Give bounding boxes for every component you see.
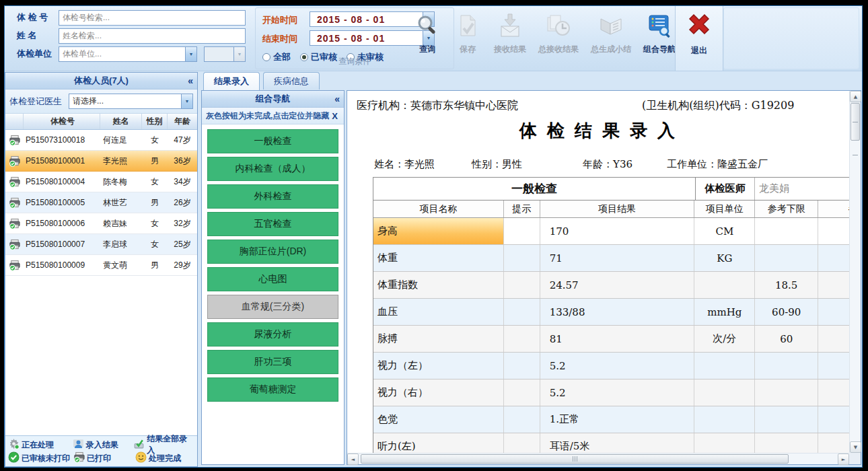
item-ref-low-cell[interactable]: 60-90: [755, 299, 818, 325]
nav-button-葡萄糖测定[interactable]: 葡萄糖测定: [207, 377, 338, 402]
item-result-cell[interactable]: 5.2: [540, 379, 695, 406]
toolbar-button-保存[interactable]: 保存: [447, 7, 488, 69]
item-result-cell[interactable]: 5.2: [540, 353, 695, 379]
close-icon[interactable]: X: [330, 111, 340, 121]
item-ref-low-cell[interactable]: [755, 245, 818, 271]
item-ref-high-cell[interactable]: [818, 433, 849, 453]
item-ref-low-cell[interactable]: [755, 218, 818, 244]
result-row[interactable]: 脉搏81次/分6010: [373, 326, 849, 353]
item-unit-cell[interactable]: KG: [694, 245, 755, 271]
result-row[interactable]: 体重指数24.5718.523.: [373, 272, 849, 299]
collapse-left-panel-button[interactable]: «: [188, 75, 193, 86]
item-ref-high-cell[interactable]: 10: [818, 326, 849, 352]
doctor-combo[interactable]: 请选择... ▼: [69, 94, 193, 109]
person-row[interactable]: P515080100009黄文萌男29岁: [5, 255, 197, 276]
exam-doctor-name[interactable]: 龙美娟: [754, 178, 849, 200]
scroll-up-icon[interactable]: ▲: [850, 91, 861, 102]
item-unit-cell[interactable]: [694, 379, 755, 406]
item-unit-cell[interactable]: [694, 272, 755, 298]
item-ref-high-cell[interactable]: [818, 379, 849, 406]
item-hint-cell[interactable]: [504, 406, 540, 433]
item-hint-cell[interactable]: [504, 326, 540, 352]
item-hint-cell[interactable]: [504, 379, 540, 406]
nav-button-尿液分析[interactable]: 尿液分析: [207, 322, 338, 347]
nav-button-肝功三项[interactable]: 肝功三项: [207, 350, 338, 374]
exam-id-input[interactable]: [59, 10, 246, 26]
item-result-cell[interactable]: 170: [540, 218, 695, 244]
result-row[interactable]: 视力（左）5.2: [373, 353, 849, 379]
name-input[interactable]: [59, 28, 246, 44]
item-hint-cell[interactable]: [504, 218, 540, 244]
item-ref-low-cell[interactable]: [755, 379, 818, 406]
nav-button-一般检查[interactable]: 一般检查: [207, 129, 338, 153]
item-name-cell[interactable]: 体重指数: [373, 272, 504, 298]
item-hint-cell[interactable]: [504, 299, 540, 325]
item-name-cell[interactable]: 色觉: [373, 406, 504, 433]
scroll-right-icon[interactable]: ►: [838, 454, 849, 465]
unit-combo[interactable]: 体检单位... ▼: [59, 46, 197, 62]
tab-disease-info[interactable]: 疾病信息: [263, 72, 320, 89]
item-ref-low-cell[interactable]: [755, 433, 818, 453]
item-ref-low-cell[interactable]: [755, 406, 818, 433]
horizontal-scrollbar[interactable]: ◄ ►: [347, 453, 849, 464]
nav-button-胸部正位片(DR)[interactable]: 胸部正位片(DR): [207, 240, 338, 264]
toolbar-button-总生成小结[interactable]: 总生成小结: [585, 7, 637, 69]
vertical-scroll-thumb[interactable]: [851, 103, 860, 141]
item-result-cell[interactable]: 133/88: [540, 299, 695, 325]
item-hint-cell[interactable]: [504, 272, 540, 298]
item-name-cell[interactable]: 视力（右）: [373, 379, 504, 406]
tab-result-entry[interactable]: 结果录入: [203, 72, 260, 90]
nav-button-内科检查（成人）[interactable]: 内科检查（成人）: [207, 157, 338, 181]
item-name-cell[interactable]: 血压: [373, 299, 504, 325]
item-ref-high-cell[interactable]: 90-: [818, 299, 849, 325]
item-result-cell[interactable]: 81: [540, 326, 695, 352]
item-result-cell[interactable]: 1.正常: [540, 406, 695, 433]
item-hint-cell[interactable]: [504, 353, 540, 379]
item-name-cell[interactable]: 体重: [373, 245, 504, 271]
item-hint-cell[interactable]: [504, 245, 540, 271]
item-ref-low-cell[interactable]: 60: [755, 326, 818, 352]
item-unit-cell[interactable]: mmHg: [694, 299, 755, 325]
person-row[interactable]: P515073100018何连足女47岁: [5, 130, 197, 151]
item-unit-cell[interactable]: [694, 353, 755, 379]
horizontal-scroll-thumb[interactable]: [361, 454, 789, 464]
item-name-cell[interactable]: 听力(左): [373, 433, 504, 453]
item-ref-high-cell[interactable]: [818, 353, 849, 379]
scroll-left-icon[interactable]: ◄: [347, 454, 359, 465]
item-name-cell[interactable]: 脉搏: [373, 326, 504, 352]
item-name-cell[interactable]: 身高: [373, 218, 504, 244]
item-result-cell[interactable]: 耳语/5米: [540, 433, 695, 453]
result-row[interactable]: 色觉1.正常: [373, 406, 849, 433]
item-ref-low-cell[interactable]: [755, 353, 818, 379]
nav-button-血常规(三分类)[interactable]: 血常规(三分类): [207, 295, 338, 319]
exit-button[interactable]: 退出: [675, 6, 723, 71]
vertical-scrollbar[interactable]: ▲ ▼: [849, 91, 861, 453]
result-row[interactable]: 身高170CM: [373, 218, 849, 245]
item-ref-high-cell[interactable]: 23.: [818, 272, 849, 298]
person-row[interactable]: P515080100001李光照男36岁: [5, 151, 197, 172]
item-ref-low-cell[interactable]: 18.5: [755, 272, 818, 298]
item-name-cell[interactable]: 视力（左）: [373, 353, 504, 379]
toolbar-button-查询[interactable]: 查询: [407, 7, 447, 69]
item-ref-high-cell[interactable]: [818, 406, 849, 433]
person-row[interactable]: P515080100007李启球女25岁: [5, 234, 197, 255]
item-unit-cell[interactable]: [694, 406, 755, 433]
nav-button-外科检查[interactable]: 外科检查: [207, 184, 338, 209]
chevron-down-icon[interactable]: ▼: [185, 47, 196, 61]
person-row[interactable]: P515080100004陈冬梅女34岁: [5, 172, 197, 192]
nav-button-五官检查[interactable]: 五官检查: [207, 212, 338, 236]
item-ref-high-cell[interactable]: [818, 245, 849, 271]
scroll-down-icon[interactable]: ▼: [850, 441, 861, 453]
result-row[interactable]: 血压133/88mmHg60-9090-: [373, 299, 849, 326]
toolbar-button-总接收结果[interactable]: 总接收结果: [532, 7, 585, 69]
nav-button-心电图[interactable]: 心电图: [207, 267, 338, 291]
item-ref-high-cell[interactable]: [818, 218, 849, 244]
result-row[interactable]: 体重71KG: [373, 245, 849, 272]
result-row[interactable]: 听力(左)耳语/5米: [373, 433, 849, 453]
item-unit-cell[interactable]: CM: [694, 218, 755, 244]
collapse-nav-panel-button[interactable]: «: [334, 94, 340, 104]
person-row[interactable]: P515080100006赖吉妹女32岁: [5, 213, 197, 234]
item-result-cell[interactable]: 71: [540, 245, 695, 271]
item-hint-cell[interactable]: [504, 433, 540, 453]
item-unit-cell[interactable]: [694, 433, 755, 453]
